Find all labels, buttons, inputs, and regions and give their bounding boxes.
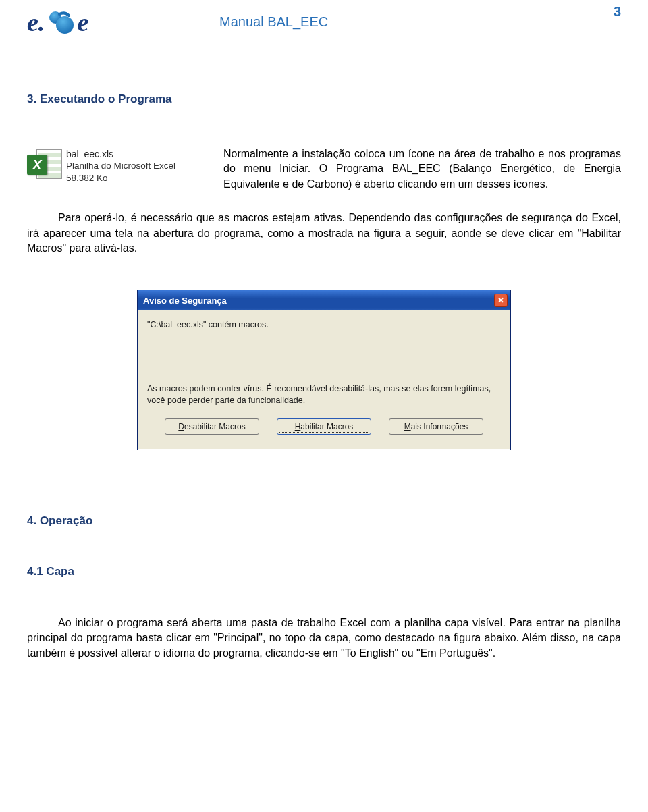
file-type: Planilha do Microsoft Excel [66,160,176,172]
svg-point-1 [56,16,74,34]
section-4-heading: 4. Operação [27,514,621,528]
more-info-button[interactable]: Mais Informações [389,418,483,435]
file-icon-card: X bal_eec.xls Planilha do Microsoft Exce… [27,146,213,184]
section-4-1-heading: 4.1 Capa [27,565,621,578]
security-dialog: Aviso de Segurança ✕ "C:\bal_eec.xls" co… [137,290,511,450]
disable-macros-button[interactable]: Desabilitar Macros [165,418,259,435]
header-divider-2 [27,45,621,45]
dialog-path-line: "C:\bal_eec.xls" contém macros. [147,320,501,329]
intro-block: X bal_eec.xls Planilha do Microsoft Exce… [27,146,621,192]
file-meta: bal_eec.xls Planilha do Microsoft Excel … [66,148,176,184]
page-number: 3 [614,4,621,20]
disable-macros-label: Desabilitar Macros [178,422,245,431]
header-divider-1 [27,43,621,43]
enable-macros-label: Habilitar Macros [295,422,354,431]
page-header: e. e Manual BAL_EEC 3 [27,0,621,43]
logo-text-right: e [77,9,88,35]
file-size: 58.382 Ko [66,172,176,184]
ampersand-logo-icon [47,9,74,36]
excel-file-icon: X [27,148,62,183]
intro-paragraph: Normalmente a instalação coloca um ícone… [223,146,621,192]
document-title: Manual BAL_EEC [219,14,328,30]
logo-text-left: e. [27,9,45,35]
enable-macros-button[interactable]: Habilitar Macros [277,418,371,435]
dialog-body: "C:\bal_eec.xls" contém macros. As macro… [138,310,510,450]
capa-paragraph-text: Ao iniciar o programa será aberta uma pa… [27,617,621,659]
dialog-message: As macros podem conter vírus. É recomend… [147,383,501,406]
macros-paragraph: Para operá-lo, é necessário que as macro… [27,211,621,256]
security-dialog-figure: Aviso de Segurança ✕ "C:\bal_eec.xls" co… [27,290,621,450]
macros-paragraph-text: Para operá-lo, é necessário que as macro… [27,212,621,254]
brand-logo: e. e [27,7,132,37]
more-info-label: Mais Informações [404,422,468,431]
dialog-title: Aviso de Segurança [143,296,227,306]
capa-paragraph: Ao iniciar o programa será aberta uma pa… [27,616,621,661]
close-icon[interactable]: ✕ [494,294,508,307]
dialog-titlebar: Aviso de Segurança ✕ [138,290,510,310]
section-3-heading: 3. Executando o Programa [27,92,621,106]
file-name: bal_eec.xls [66,148,176,160]
dialog-button-row: Desabilitar Macros Habilitar Macros Mais… [147,418,501,439]
